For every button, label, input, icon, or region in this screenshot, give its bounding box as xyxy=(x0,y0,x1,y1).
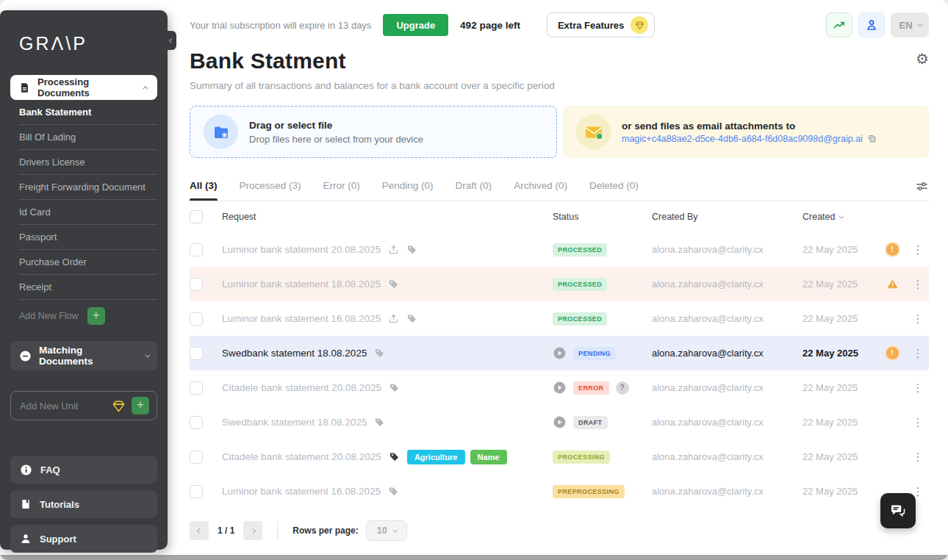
sidebar-flow-item[interactable]: Bank Statement xyxy=(19,100,157,125)
sidebar-flow-item[interactable]: Purchase Order xyxy=(19,250,157,275)
sidebar-item-tutorials[interactable]: Tutorials xyxy=(10,490,157,518)
row-checkbox[interactable] xyxy=(190,416,203,429)
status-tab[interactable]: Draft (0) xyxy=(456,174,492,201)
matching-documents-section[interactable]: Matching Documents xyxy=(10,341,157,370)
row-menu-kebab[interactable]: ⋮ xyxy=(913,416,924,428)
row-menu-kebab[interactable]: ⋮ xyxy=(913,278,924,290)
row-checkbox[interactable] xyxy=(190,347,203,360)
sidebar-footer: FAQ Tutorials Support xyxy=(10,456,157,553)
table-row[interactable]: Luminor bank statement 18.08.2025 PROCES… xyxy=(190,267,929,301)
play-icon[interactable] xyxy=(553,381,567,395)
created-by: alona.zaharova@clarity.cx xyxy=(652,313,802,324)
sidebar-flow-item[interactable]: Receipt xyxy=(19,275,157,300)
table-row[interactable]: Luminor bank statement 16.08.2025 PREPRO… xyxy=(190,474,929,509)
row-checkbox[interactable] xyxy=(190,312,203,326)
table-row[interactable]: Swedbank statement 18.08.2025 PENDING al… xyxy=(190,336,929,370)
created-by: alona.zaharova@clarity.cx xyxy=(652,348,802,359)
status-tab[interactable]: Pending (0) xyxy=(382,174,434,201)
sidebar-flow-item[interactable]: Passport xyxy=(19,225,157,250)
column-header-status[interactable]: Status xyxy=(553,212,652,222)
table-row[interactable]: Luminor bank statement 20.08.2025 PROCES… xyxy=(190,232,929,267)
sidebar-item-faq[interactable]: FAQ xyxy=(10,456,157,484)
rows-per-page-select[interactable]: 10 xyxy=(366,520,407,541)
created-by: alona.zaharova@clarity.cx xyxy=(652,244,802,255)
sidebar-flow-item[interactable]: Bill Of Lading xyxy=(19,125,157,150)
table-header: Request Status Created By Created xyxy=(190,201,929,232)
column-header-created[interactable]: Created xyxy=(802,212,877,222)
row-checkbox[interactable] xyxy=(190,450,203,464)
add-new-flow: Add New Flow + xyxy=(19,307,157,325)
row-checkbox[interactable] xyxy=(190,278,203,291)
tag-icon[interactable] xyxy=(406,244,417,255)
tag-icon[interactable] xyxy=(406,313,417,324)
status-tab[interactable]: Deleted (0) xyxy=(589,174,639,201)
sidebar-flow-item[interactable]: Drivers License xyxy=(19,150,157,175)
flow-item-label: Freight Forwarding Document xyxy=(19,182,146,193)
row-menu-kebab[interactable]: ⋮ xyxy=(913,450,924,463)
trial-expiry-text: Your trial subscription will expire in 1… xyxy=(190,20,371,31)
table-row[interactable]: Citadele bank statement 20.08.2025 ERROR… xyxy=(190,370,929,405)
row-checkbox[interactable] xyxy=(190,485,203,498)
next-page-button[interactable] xyxy=(243,521,262,540)
created-by: alona.zaharova@clarity.cx xyxy=(652,382,802,393)
table-row[interactable]: Swedbank statement 18.08.2025 DRAFT alon… xyxy=(190,405,929,439)
row-menu-kebab[interactable]: ⋮ xyxy=(913,243,924,256)
row-checkbox[interactable] xyxy=(190,243,203,256)
row-checkbox[interactable] xyxy=(190,381,203,395)
support-label: Support xyxy=(40,534,76,545)
chevron-left-icon xyxy=(196,528,201,533)
tag-icon[interactable] xyxy=(389,451,400,462)
table-row[interactable]: Luminor bank statement 16.08.2025 PROCES… xyxy=(190,301,929,336)
copy-icon[interactable] xyxy=(867,134,877,143)
select-all-checkbox[interactable] xyxy=(190,210,203,223)
table-row[interactable]: Citadele bank statement 20.08.2025 Agric… xyxy=(190,439,929,474)
warning-circle-icon: ! xyxy=(886,347,899,359)
sidebar-collapse-handle[interactable] xyxy=(167,31,176,50)
created-date: 22 May 2025 xyxy=(802,313,877,324)
language-select[interactable]: EN xyxy=(891,12,929,37)
language-value: EN xyxy=(899,20,912,31)
sidebar-flow-item[interactable]: Freight Forwarding Document xyxy=(19,175,157,200)
tag-icon[interactable] xyxy=(388,486,399,497)
upgrade-button[interactable]: Upgrade xyxy=(383,14,448,36)
row-menu-kebab[interactable]: ⋮ xyxy=(913,347,924,359)
sidebar-item-support[interactable]: Support xyxy=(10,525,157,553)
add-flow-plus-button[interactable]: + xyxy=(87,307,105,325)
request-name: Swedbank statement 18.08.2025 xyxy=(222,348,367,359)
tag-icon[interactable] xyxy=(388,279,399,290)
graip-logo[interactable]: GRΛ\P xyxy=(19,33,157,54)
filter-button[interactable] xyxy=(915,179,929,201)
tag-icon[interactable] xyxy=(374,348,385,359)
status-badge: PROCESSED xyxy=(553,243,607,256)
magic-email-link[interactable]: magic+c4a88ae2-d5ce-4db6-a684-f6d08ac909… xyxy=(622,134,863,144)
email-envelope-icon xyxy=(576,115,611,149)
analytics-button[interactable] xyxy=(826,12,852,37)
gear-icon[interactable]: ⚙ xyxy=(916,49,929,66)
file-dropzone[interactable]: Drag or select file Drop files here or s… xyxy=(190,106,557,158)
main-content: Your trial subscription will expire in 1… xyxy=(168,0,948,541)
tag-icon[interactable] xyxy=(389,382,400,393)
row-menu-kebab[interactable]: ⋮ xyxy=(913,312,924,325)
upload-icon[interactable] xyxy=(388,244,399,255)
status-tab[interactable]: Processed (3) xyxy=(240,174,301,201)
tag-icon[interactable] xyxy=(374,417,385,428)
column-header-request[interactable]: Request xyxy=(222,212,553,222)
status-tab[interactable]: Error (0) xyxy=(323,174,360,201)
upload-icon[interactable] xyxy=(388,313,399,324)
extra-features-button[interactable]: Extra Features xyxy=(547,12,655,37)
column-header-created-by[interactable]: Created By xyxy=(652,212,802,222)
dropzone-title: Drag or select file xyxy=(249,120,423,131)
play-icon[interactable] xyxy=(553,346,567,360)
play-icon[interactable] xyxy=(553,415,567,429)
add-new-unit-field[interactable]: Add New Unit + xyxy=(10,391,157,420)
prev-page-button[interactable] xyxy=(190,521,209,540)
sidebar-flow-item[interactable]: Id Card xyxy=(19,200,157,225)
row-menu-kebab[interactable]: ⋮ xyxy=(913,381,924,394)
profile-button[interactable] xyxy=(858,12,885,37)
processing-documents-section[interactable]: Processing Documents xyxy=(10,75,157,100)
add-unit-plus-button[interactable]: + xyxy=(132,397,149,414)
status-tab[interactable]: Archived (0) xyxy=(514,174,567,201)
status-badge: PROCESSED xyxy=(553,312,607,326)
status-tab[interactable]: All (3) xyxy=(190,174,218,201)
chat-button[interactable] xyxy=(880,493,916,528)
